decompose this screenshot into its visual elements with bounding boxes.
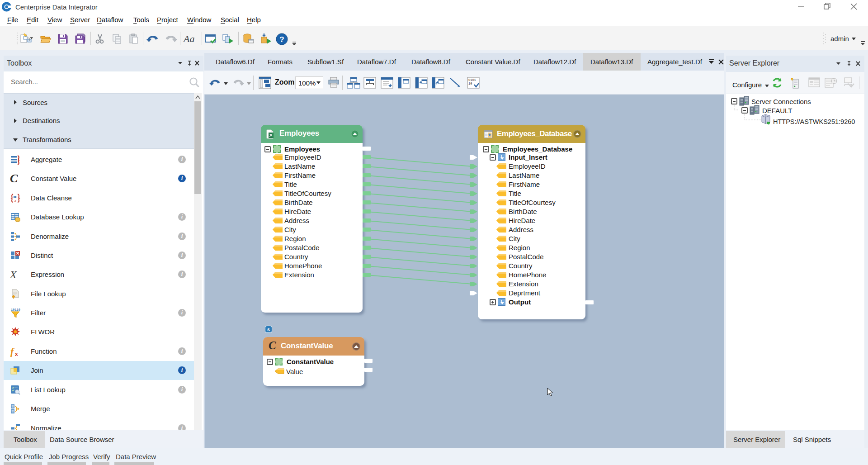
svg-text:10110: 10110 bbox=[11, 308, 20, 312]
svg-text:x: x bbox=[14, 198, 16, 203]
svg-text:0101: 0101 bbox=[468, 78, 476, 82]
svg-text:f: f bbox=[10, 346, 15, 357]
svg-text:?: ? bbox=[279, 35, 284, 44]
svg-text:10: 10 bbox=[468, 82, 472, 85]
svg-text:x: x bbox=[15, 351, 18, 357]
